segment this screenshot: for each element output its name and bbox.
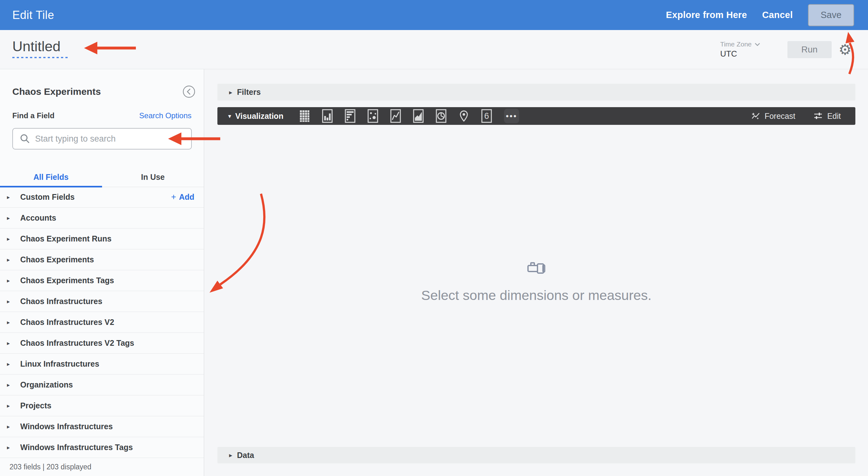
caret-right-icon: ▸: [7, 403, 15, 409]
caret-right-icon: ▸: [7, 423, 15, 430]
chart-type-picker: 6 •••: [299, 109, 519, 123]
run-button[interactable]: Run: [787, 41, 832, 58]
caret-right-icon: ▸: [229, 451, 232, 459]
map-icon[interactable]: [459, 109, 469, 123]
caret-right-icon: ▸: [7, 444, 15, 451]
data-section-header[interactable]: ▸ Data: [217, 447, 855, 463]
area-chart-icon[interactable]: [413, 109, 424, 123]
single-value-icon[interactable]: 6: [481, 109, 492, 123]
cancel-button[interactable]: Cancel: [762, 10, 793, 20]
chevron-left-circle-icon: [182, 85, 195, 98]
visualization-section-header: ▾ Visualization: [217, 107, 855, 125]
plus-icon: +: [171, 192, 176, 202]
time-zone-label: Time Zone: [720, 40, 752, 48]
find-a-field-label: Find a Field: [12, 111, 54, 120]
forecast-button[interactable]: Forecast: [750, 111, 795, 121]
time-zone-selector[interactable]: Time Zone UTC: [720, 40, 760, 59]
caret-right-icon: ▸: [7, 235, 15, 242]
caret-right-icon: ▸: [7, 361, 15, 367]
caret-right-icon: ▸: [7, 382, 15, 388]
field-group-custom-fields[interactable]: ▸ Custom Fields + Add: [0, 187, 204, 208]
edit-visualization-button[interactable]: Edit: [813, 111, 841, 121]
field-group-row[interactable]: ▸Accounts: [0, 208, 204, 229]
field-group-row[interactable]: ▸Chaos Experiments Tags: [0, 270, 204, 291]
field-group-list: ▸ Custom Fields + Add ▸Accounts ▸Chaos E…: [0, 187, 204, 458]
tile-title-input[interactable]: Untitled: [12, 38, 61, 55]
query-header-actions: Time Zone UTC Run ⚙: [720, 30, 851, 69]
chevron-down-icon: [754, 43, 760, 46]
field-group-row[interactable]: ▸Windows Infrastructures: [0, 416, 204, 437]
caret-right-icon: ▸: [7, 215, 15, 221]
forecast-sparkle-icon: [750, 111, 761, 121]
caret-right-icon: ▸: [7, 194, 15, 201]
field-group-row[interactable]: ▸Windows Infrastructures Tags: [0, 437, 204, 458]
edit-tile-window: Edit Tile Explore from Here Cancel Save …: [0, 0, 868, 476]
more-chart-types-icon[interactable]: •••: [504, 109, 519, 123]
field-group-row[interactable]: ▸Chaos Experiments: [0, 249, 204, 270]
search-icon: [20, 134, 30, 144]
filters-section-header[interactable]: ▸ Filters: [217, 84, 855, 100]
caret-right-icon: ▸: [7, 340, 15, 347]
top-bar: Edit Tile Explore from Here Cancel Save: [0, 0, 868, 30]
table-icon[interactable]: [299, 109, 310, 123]
pie-chart-icon[interactable]: [436, 109, 446, 123]
explore-title: Chaos Experiments: [12, 86, 101, 97]
field-tabs: All Fields In Use: [0, 167, 204, 187]
search-options-link[interactable]: Search Options: [140, 111, 191, 120]
field-group-row[interactable]: ▸Organizations: [0, 375, 204, 395]
visualization-empty-state: Select some dimensions or measures.: [217, 262, 855, 303]
tile-title-underline: [12, 57, 68, 58]
caret-right-icon: ▸: [7, 319, 15, 326]
scatterplot-icon[interactable]: [368, 109, 378, 123]
field-search-box: [12, 128, 192, 149]
line-chart-icon[interactable]: [390, 109, 401, 123]
bar-chart-icon[interactable]: [345, 109, 355, 123]
time-zone-value: UTC: [720, 49, 760, 59]
visualization-actions: Forecast Edit: [750, 111, 841, 121]
tab-all-fields[interactable]: All Fields: [0, 167, 102, 187]
add-custom-field-button[interactable]: + Add: [171, 192, 194, 202]
save-button[interactable]: Save: [808, 4, 854, 26]
caret-down-icon[interactable]: ▾: [228, 113, 231, 120]
explore-from-here-button[interactable]: Explore from Here: [666, 10, 747, 20]
tab-in-use[interactable]: In Use: [102, 167, 204, 187]
field-group-row[interactable]: ▸Chaos Infrastructures: [0, 291, 204, 312]
field-group-row[interactable]: ▸Chaos Infrastructures V2 Tags: [0, 333, 204, 354]
tune-sliders-icon: [813, 111, 823, 121]
field-picker-sidebar: Chaos Experiments Find a Field Search Op…: [0, 69, 204, 476]
top-bar-actions: Explore from Here Cancel Save: [666, 0, 854, 30]
field-group-row[interactable]: ▸Projects: [0, 395, 204, 416]
search-input[interactable]: [34, 134, 191, 144]
field-group-row[interactable]: ▸Chaos Infrastructures V2: [0, 312, 204, 333]
query-header: Untitled Time Zone UTC Run ⚙: [0, 30, 868, 69]
caret-right-icon: ▸: [7, 277, 15, 284]
field-count-status: 203 fields | 203 displayed: [0, 458, 204, 476]
field-group-row[interactable]: ▸Chaos Experiment Runs: [0, 229, 204, 249]
caret-right-icon: ▸: [7, 298, 15, 305]
caret-right-icon: ▸: [7, 256, 15, 263]
collapse-sidebar-button[interactable]: [182, 85, 195, 98]
gear-icon[interactable]: ⚙: [839, 42, 851, 57]
window-title: Edit Tile: [12, 8, 54, 22]
svg-text:6: 6: [484, 111, 489, 121]
caret-right-icon: ▸: [229, 89, 232, 96]
flashlight-icon: [527, 262, 546, 275]
field-group-row[interactable]: ▸Linux Infrastructures: [0, 354, 204, 375]
column-chart-icon[interactable]: [322, 109, 333, 123]
empty-state-message: Select some dimensions or measures.: [217, 288, 855, 303]
